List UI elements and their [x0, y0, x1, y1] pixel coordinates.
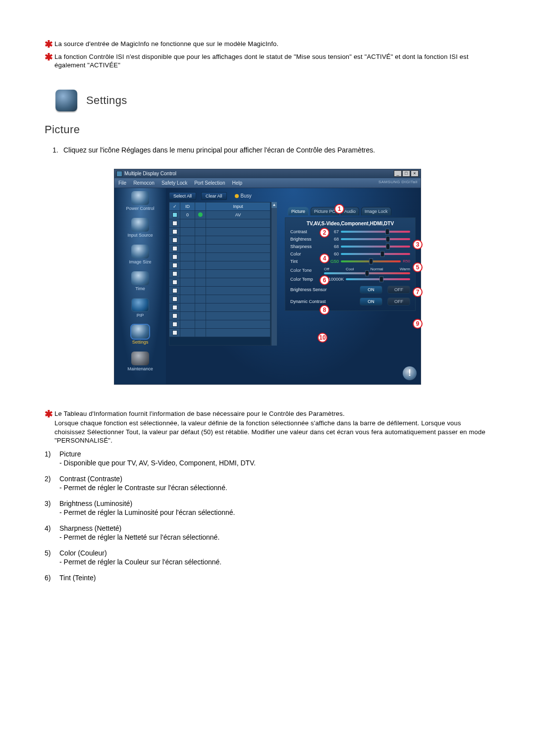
sidebar-item-input-source[interactable]: Input Source — [114, 218, 166, 238]
menu-file[interactable]: File — [118, 180, 126, 186]
definition-number: 1) — [45, 450, 59, 467]
sidebar-item-time[interactable]: Time — [114, 271, 166, 291]
color-slider[interactable] — [341, 253, 410, 255]
tab-image-lock[interactable]: Image Lock — [361, 207, 391, 215]
definition-title: Color (Couleur) — [59, 549, 490, 557]
definition-description: - Permet de régler la Netteté sur l'écra… — [59, 533, 490, 541]
busy-label: Busy — [241, 193, 252, 199]
row-checkbox[interactable] — [172, 330, 177, 335]
row-id: 0 — [180, 211, 195, 219]
window-title: Multiple Display Control — [124, 171, 176, 176]
color-tone-slider[interactable] — [324, 272, 410, 274]
sidebar-item-power-control[interactable]: Power Control — [114, 191, 166, 211]
marker-3: 3 — [413, 240, 423, 250]
list-row[interactable] — [169, 236, 270, 245]
list-row[interactable] — [169, 270, 270, 278]
list-row[interactable] — [169, 312, 270, 320]
col-id: ID — [180, 202, 195, 210]
list-scrollbar[interactable]: ▲ — [271, 202, 277, 346]
menu-help[interactable]: Help — [232, 180, 242, 186]
scroll-up-button[interactable]: ▲ — [271, 202, 277, 208]
row-checkbox[interactable] — [172, 280, 177, 285]
definition-number: 4) — [45, 524, 59, 541]
brightness-sensor-off-button[interactable]: OFF — [387, 286, 410, 294]
color-row: Color 60 — [290, 252, 410, 256]
bullet-star-icon: ✱ — [45, 409, 54, 445]
list-row[interactable] — [169, 245, 270, 253]
list-row[interactable] — [169, 228, 270, 236]
tab-picture[interactable]: Picture — [288, 207, 309, 215]
busy-indicator-icon — [235, 194, 239, 198]
definition-item: 5)Color (Couleur)- Permet de régler la C… — [45, 549, 490, 566]
row-checkbox[interactable] — [172, 322, 177, 327]
color-temp-slider[interactable] — [346, 278, 410, 280]
sidebar-item-label: Power Control — [114, 206, 166, 211]
row-checkbox[interactable] — [172, 254, 177, 259]
row-checkbox[interactable] — [172, 313, 177, 318]
definition-description: - Disponible que pour TV, AV, S-Video, C… — [59, 459, 490, 467]
row-checkbox[interactable] — [172, 271, 177, 276]
row-checkbox[interactable] — [172, 221, 177, 226]
dynamic-contrast-off-button[interactable]: OFF — [387, 298, 410, 305]
row-checkbox[interactable] — [172, 246, 177, 251]
note-text: La fonction Contrôle ISI n'est disponibl… — [54, 52, 490, 70]
sharpness-value: 68 — [324, 244, 341, 249]
dynamic-contrast-label: Dynamic Contrast — [290, 299, 340, 304]
contrast-slider[interactable] — [341, 231, 410, 233]
list-row[interactable] — [169, 320, 270, 329]
tint-slider[interactable] — [341, 260, 401, 262]
sidebar-item-settings[interactable]: Settings — [114, 325, 166, 345]
marker-5: 5 — [413, 262, 423, 272]
menu-remocon[interactable]: Remocon — [133, 180, 155, 186]
brightness-sensor-label: Brightness Sensor — [290, 287, 340, 292]
list-row[interactable] — [169, 303, 270, 312]
row-checkbox[interactable] — [172, 229, 177, 234]
brightness-sensor-on-button[interactable]: ON — [360, 286, 382, 294]
definition-number: 6) — [45, 574, 59, 583]
minimize-button[interactable]: _ — [394, 170, 402, 177]
dynamic-contrast-on-button[interactable]: ON — [360, 298, 382, 305]
row-checkbox[interactable] — [172, 238, 177, 243]
sidebar-item-maintenance[interactable]: Maintenance — [114, 352, 166, 371]
select-all-button[interactable]: Select All — [169, 192, 196, 200]
close-button[interactable]: × — [411, 170, 419, 177]
row-checkbox[interactable] — [172, 288, 177, 293]
list-row[interactable]: 0 AV — [169, 211, 270, 219]
brightness-slider[interactable] — [341, 238, 410, 240]
list-row[interactable] — [169, 253, 270, 261]
row-checkbox[interactable] — [172, 305, 177, 310]
tone-cool: Cool — [346, 267, 354, 271]
sharpness-row: Sharpness 68 — [290, 244, 410, 249]
row-input: AV — [206, 211, 270, 219]
row-checkbox[interactable] — [172, 212, 177, 217]
sharpness-slider[interactable] — [341, 246, 410, 248]
clear-all-button[interactable]: Clear All — [201, 192, 227, 200]
list-row[interactable] — [169, 287, 270, 295]
list-row[interactable] — [169, 219, 270, 228]
maximize-button[interactable]: □ — [402, 170, 410, 177]
list-row[interactable] — [169, 295, 270, 303]
tint-end-label: R50 — [403, 259, 410, 263]
marker-1: 1 — [334, 204, 344, 214]
titlebar[interactable]: Multiple Display Control _ □ × — [114, 169, 421, 178]
list-row[interactable] — [169, 278, 270, 287]
menu-safety-lock[interactable]: Safety Lock — [161, 180, 187, 186]
definition-number: 3) — [45, 500, 59, 516]
sidebar-item-image-size[interactable]: Image Size — [114, 245, 166, 264]
sidebar-item-pip[interactable]: PIP — [114, 298, 166, 318]
row-checkbox[interactable] — [172, 263, 177, 268]
input-source-icon — [131, 218, 149, 232]
definition-description: - Permet de régler la Luminosité pour l'… — [59, 508, 490, 516]
list-row[interactable] — [169, 261, 270, 270]
device-list: ✓ ID Input 0 AV — [169, 202, 271, 346]
contrast-label: Contrast — [290, 229, 324, 234]
definition-title: Tint (Teinte) — [59, 574, 490, 582]
list-row[interactable] — [169, 329, 270, 337]
row-checkbox[interactable] — [172, 297, 177, 302]
marker-6: 6 — [320, 275, 329, 285]
info-icon[interactable]: ! — [403, 366, 417, 380]
color-tone-label: Color Tone — [290, 268, 324, 273]
brand-label: SAMSUNG DIGITall — [378, 180, 418, 184]
menu-port-selection[interactable]: Port Selection — [194, 180, 225, 186]
info-paragraph: Lorsque chaque fonction est sélectionnée… — [54, 419, 490, 445]
